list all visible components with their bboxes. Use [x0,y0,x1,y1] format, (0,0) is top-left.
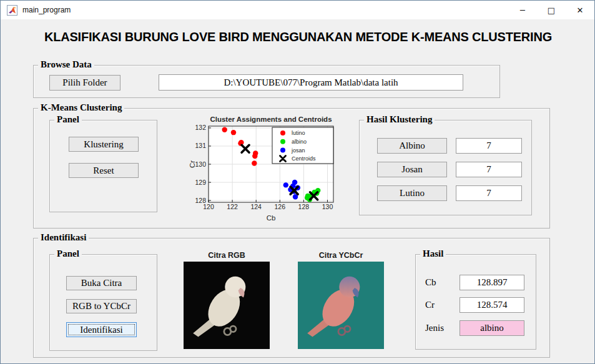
svg-text:126: 126 [275,203,286,210]
svg-text:130: 130 [195,160,206,168]
svg-text:120: 120 [203,203,214,210]
pilih-folder-button[interactable]: Pilih Folder [49,75,120,91]
cr-label: Cr [425,300,435,310]
citra-rgb-title: Citra RGB [184,251,270,260]
identifikasi-button[interactable]: Identifikasi [66,322,137,337]
svg-text:129: 129 [195,179,206,186]
svg-text:Cluster Assignments and Centro: Cluster Assignments and Centroids [210,116,332,123]
main-content: KLASIFIKASI BURUNG LOVE BIRD MENGGUNAKAN… [1,19,595,364]
svg-text:131: 131 [195,142,206,149]
kmeans-button-panel: Panel Klustering Reset [49,120,157,212]
window-title: main_program [22,1,71,19]
browse-data-panel: Browse Data Pilih Folder D:\YOUTUBE\077\… [33,65,500,98]
identifikasi-button-panel-title: Panel [54,248,82,259]
identifikasi-button-panel: Panel Buka Citra RGB to YCbCr Identifika… [49,254,157,351]
identifikasi-panel: Identifikasi Panel Buka Citra RGB to YCb… [33,238,550,358]
hasil-klustering-title: Hasil Klustering [364,114,435,125]
reset-button[interactable]: Reset [69,163,139,178]
svg-text:124: 124 [250,203,262,210]
buka-citra-button[interactable]: Buka Citra [66,276,137,290]
citra-rgb-image [184,262,270,349]
josan-count-button[interactable]: Josan [377,162,447,177]
rgb-to-ycbcr-button[interactable]: RGB to YCbCr [66,299,137,313]
josan-count-field[interactable]: 7 [456,162,522,177]
bird-rgb-graphic [184,262,270,349]
svg-text:128: 128 [195,197,206,204]
cr-value-field[interactable]: 128.574 [460,297,524,313]
bird-ycbcr-graphic [298,262,384,349]
cb-label: Cb [425,277,436,288]
hasil-title: Hasil [420,248,446,259]
klustering-button[interactable]: Klustering [69,137,139,152]
titlebar: main_program ─ □ ✕ [1,1,594,19]
kmeans-title: K-Means Clustering [38,102,124,113]
svg-text:Centroids: Centroids [292,155,316,162]
minimize-button[interactable]: ─ [508,1,537,19]
svg-text:lutino: lutino [292,130,305,136]
svg-text:josan: josan [291,147,305,154]
close-button[interactable]: ✕ [566,1,594,19]
hasil-klustering-panel: Hasil Klustering Albino 7 Josan 7 Lutino… [359,120,532,215]
albino-count-field[interactable]: 7 [456,138,522,154]
identifikasi-title: Identifikasi [38,232,89,243]
svg-text:albino: albino [292,139,307,145]
main-window: main_program ─ □ ✕ KLASIFIKASI BURUNG LO… [0,0,595,364]
jenis-label: Jenis [425,323,444,333]
app-title: KLASIFIKASI BURUNG LOVE BIRD MENGGUNAKAN… [1,30,595,44]
lutino-count-field[interactable]: 7 [456,185,522,201]
svg-text:132: 132 [195,124,206,131]
svg-text:Cb: Cb [267,214,276,222]
maximize-button[interactable]: □ [537,1,566,19]
citra-ycbcr-image [298,262,384,349]
jenis-value-field[interactable]: albino [460,320,524,336]
kmeans-button-panel-title: Panel [54,114,82,125]
hasil-panel: Hasil Cb 128.897 Cr 128.574 Jenis albino [415,254,536,350]
svg-text:Cr: Cr [189,160,196,168]
cb-value-field[interactable]: 128.897 [460,275,524,290]
matlab-icon [7,5,17,16]
citra-ycbcr-title: Citra YCbCr [298,251,384,260]
browse-data-title: Browse Data [38,59,94,70]
svg-text:130: 130 [322,203,333,210]
cluster-plot: 120122124126128130128129130131132Cluster… [189,114,342,229]
svg-text:122: 122 [227,203,238,210]
albino-count-button[interactable]: Albino [377,138,447,154]
kmeans-panel: K-Means Clustering Panel Klustering Rese… [33,108,550,229]
folder-path-field[interactable]: D:\YOUTUBE\077\Program Matlab\data latih [159,74,463,91]
lutino-count-button[interactable]: Lutino [377,185,447,201]
svg-text:128: 128 [298,203,310,210]
window-controls: ─ □ ✕ [508,1,594,19]
